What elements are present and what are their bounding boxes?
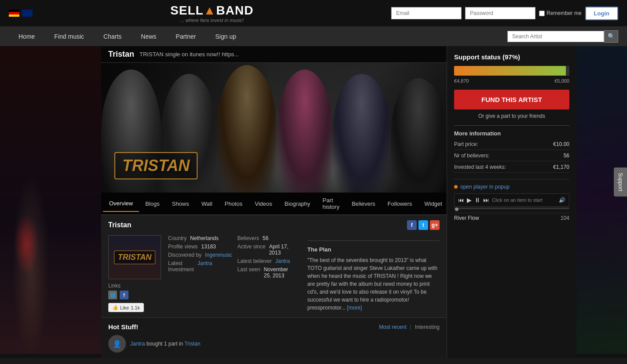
flag-de[interactable] <box>9 10 19 17</box>
far-right-image <box>576 46 627 354</box>
player-placeholder-text: Click on an item to start <box>492 197 556 203</box>
hot-stuff-title: Hot Stuff! <box>108 323 138 331</box>
site-tagline: ... where fans invest in music! <box>41 18 382 23</box>
believers-label: Believers <box>237 235 259 241</box>
language-flags <box>9 10 33 17</box>
divider-top <box>308 240 440 241</box>
active-since-label: Active since <box>237 244 265 256</box>
player-progress-dot[interactable] <box>455 207 458 211</box>
player-pause-button[interactable]: ⏸ <box>474 197 480 204</box>
remember-me-checkbox[interactable] <box>539 11 545 16</box>
facebook-link-icon[interactable]: f <box>120 291 128 299</box>
sub-nav-overview[interactable]: Overview <box>103 196 139 212</box>
facebook-icon[interactable]: f <box>407 220 417 230</box>
fb-like-button[interactable]: 👍 Like 1.1k <box>108 303 144 312</box>
latest-believer-label: Latest believer <box>237 258 271 264</box>
nav-find-music[interactable]: Find music <box>44 26 94 46</box>
nav-home[interactable]: Home <box>9 26 44 46</box>
the-plan-title: The Plan <box>308 246 440 253</box>
left-sidebar-image <box>0 46 101 354</box>
sub-nav-shows[interactable]: Shows <box>166 196 195 211</box>
country-label: Country <box>168 235 187 241</box>
player-progress-track[interactable] <box>454 207 569 209</box>
volume-area: 🔊 <box>559 197 565 203</box>
flag-uk[interactable] <box>22 10 33 17</box>
discovered-by-link[interactable]: Ingenmusic <box>205 252 232 258</box>
sub-nav-photos[interactable]: Photos <box>219 196 249 211</box>
hero-image: TRISTAN <box>101 63 447 193</box>
nr-believers-label: Nr of believers: <box>454 153 490 159</box>
discovered-by-value: Ingenmusic <box>205 252 232 258</box>
fund-artist-button[interactable]: FUND THIS ARTIST <box>454 90 569 109</box>
sub-nav-blogs[interactable]: Blogs <box>139 196 166 211</box>
latest-investment-value: Jantra <box>198 260 212 273</box>
open-player-link[interactable]: open player in popup <box>454 184 569 190</box>
hot-stuff-tabs: Most recent | Interesting <box>379 324 440 330</box>
nav-signup[interactable]: Sign up <box>205 26 246 46</box>
latest-investment-label: LatestInvestment <box>168 260 194 273</box>
main-layout: Tristan TRISTAN single on itunes now!! h… <box>0 46 627 358</box>
sub-nav-part-history[interactable]: Part history <box>316 193 345 215</box>
player-next-button[interactable]: ⏭ <box>483 197 489 204</box>
email-input[interactable] <box>391 7 462 19</box>
sub-nav-wall[interactable]: Wall <box>195 196 219 211</box>
fb-like-icon: 👍 <box>112 305 118 310</box>
search-area: 🔍 <box>507 30 618 43</box>
active-since-row: Active since April 17, 2013 <box>237 244 295 256</box>
read-more-link[interactable]: [more] <box>347 305 362 311</box>
latest-believer-link[interactable]: Jantra <box>275 258 290 264</box>
links-label: Links <box>108 283 161 289</box>
center-content: Tristan TRISTAN single on itunes now!! h… <box>101 46 447 358</box>
site-logo[interactable]: SELL▲BAND <box>41 4 382 18</box>
profile-views-value: 13183 <box>201 244 216 250</box>
links-section: Links 🌐 f <box>108 283 161 299</box>
sub-nav-widget[interactable]: Widget <box>418 196 448 211</box>
interesting-tab[interactable]: Interesting <box>415 324 440 330</box>
googleplus-icon[interactable]: g+ <box>430 220 440 230</box>
now-playing-bar: River Flow 104 <box>454 213 569 223</box>
twitter-icon[interactable]: t <box>418 220 428 230</box>
latest-investment-link[interactable]: Jantra <box>198 260 212 266</box>
player-prev-button[interactable]: ⏮ <box>458 197 464 204</box>
progress-bar <box>454 66 566 76</box>
last-seen-row: Last seen November 25, 2013 <box>237 266 295 279</box>
hot-item-action: bought 1 part in <box>147 341 185 347</box>
play-dot-icon <box>454 185 458 189</box>
far-right-sidebar <box>576 46 627 358</box>
hot-stuff-item: 👤 Jantra bought 1 part in Tristan <box>108 335 440 353</box>
hot-item-user-link[interactable]: Jantra <box>130 341 145 347</box>
most-recent-tab[interactable]: Most recent <box>379 324 407 330</box>
website-link-icon[interactable]: 🌐 <box>108 291 117 299</box>
player-play-button[interactable]: ▶ <box>467 197 472 204</box>
last-seen-label: Last seen <box>237 266 260 279</box>
sub-nav-followers[interactable]: Followers <box>381 196 418 211</box>
sub-nav-videos[interactable]: Videos <box>249 196 279 211</box>
profile-views-row: Profile views 13183 <box>168 244 232 250</box>
nav-charts[interactable]: Charts <box>94 26 131 46</box>
sub-nav-believers[interactable]: Believers <box>345 196 381 211</box>
link-icons: 🌐 f <box>108 291 161 299</box>
support-tab[interactable]: Support <box>614 167 627 197</box>
volume-icon[interactable]: 🔊 <box>559 197 565 203</box>
hot-item-artist-link[interactable]: Tristan <box>184 341 200 347</box>
search-button[interactable]: 🔍 <box>604 30 618 43</box>
nr-believers-row: Nr of believers: 56 <box>454 153 569 161</box>
profile-views-label: Profile views <box>168 244 198 250</box>
password-input[interactable] <box>465 7 535 19</box>
invested-value: €1,170 <box>553 164 569 170</box>
nav-news[interactable]: News <box>131 26 166 46</box>
login-area: Remember me Login <box>391 7 618 20</box>
active-since-value: April 17, 2013 <box>269 244 295 256</box>
nav-partner[interactable]: Partner <box>166 26 205 46</box>
nr-believers-value: 56 <box>564 153 569 159</box>
latest-believer-value: Jantra <box>275 258 290 264</box>
support-status-title: Support status (97%) <box>454 53 569 61</box>
progress-max: €5,000 <box>554 78 569 84</box>
latest-investment-row: LatestInvestment Jantra <box>168 260 232 273</box>
sub-nav-biography[interactable]: Biography <box>279 196 317 211</box>
hero-logo: TRISTAN <box>114 152 198 179</box>
search-input[interactable] <box>507 31 604 42</box>
login-button[interactable]: Login <box>585 7 618 20</box>
artist-name-title: Tristan <box>108 50 134 59</box>
info-col-right: Believers 56 Active since April 17, 2013… <box>237 235 300 281</box>
